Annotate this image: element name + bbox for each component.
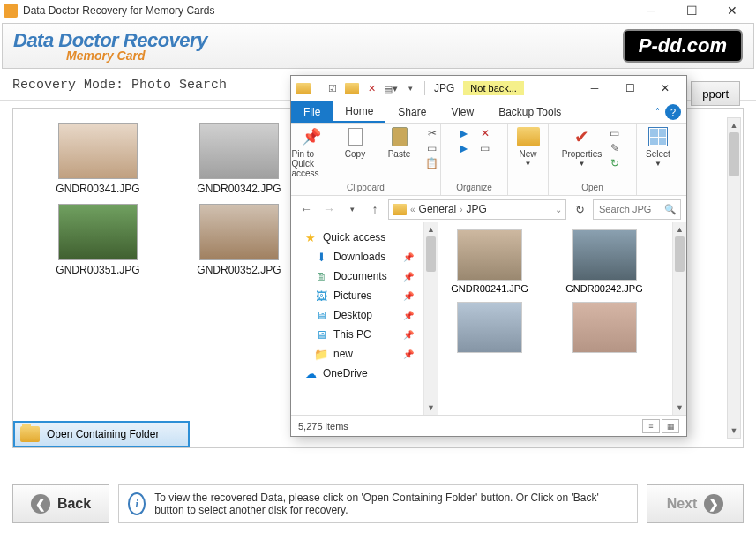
scroll-up-icon[interactable]: ▲ bbox=[424, 222, 438, 236]
address-bar[interactable]: « General › JPG ⌄ bbox=[388, 199, 566, 220]
copy-path-icon[interactable]: ▭ bbox=[424, 142, 440, 154]
move-to-icon[interactable]: ▶ bbox=[456, 127, 472, 139]
file-item[interactable] bbox=[556, 302, 653, 356]
explorer-body: ★Quick access ⬇Downloads📌 🗎Documents📌 🖼P… bbox=[291, 222, 686, 415]
select-icon bbox=[646, 125, 670, 148]
nav-forward-button[interactable]: → bbox=[319, 199, 339, 219]
file-item[interactable]: GNDR00242.JPG bbox=[556, 229, 653, 295]
open-containing-folder-button[interactable]: Open Containing Folder bbox=[13, 421, 190, 447]
tab-view[interactable]: View bbox=[438, 101, 486, 123]
tab-home[interactable]: Home bbox=[333, 101, 385, 123]
copy-button[interactable]: Copy bbox=[336, 125, 375, 159]
minimize-button[interactable]: ─ bbox=[631, 0, 671, 21]
pin-icon: 📌 bbox=[403, 252, 414, 262]
file-item[interactable]: GNDR00241.JPG bbox=[441, 229, 538, 295]
scrollbar[interactable]: ▲ ▼ bbox=[727, 117, 741, 439]
nav-tree: ★Quick access ⬇Downloads📌 🗎Documents📌 🖼P… bbox=[291, 222, 423, 415]
tree-onedrive[interactable]: ☁OneDrive bbox=[295, 364, 419, 383]
tree-desktop[interactable]: 🖥Desktop📌 bbox=[295, 305, 419, 325]
tab-file[interactable]: File bbox=[291, 101, 333, 123]
back-button[interactable]: ❮ Back bbox=[12, 484, 109, 523]
scroll-thumb[interactable] bbox=[729, 132, 739, 176]
history-icon[interactable]: ↻ bbox=[607, 157, 623, 169]
folder-icon bbox=[393, 204, 407, 215]
pin-icon: 📌 bbox=[299, 125, 324, 148]
tree-new[interactable]: 📁new📌 bbox=[295, 344, 419, 364]
scroll-up-icon[interactable]: ▲ bbox=[728, 118, 740, 132]
new-button[interactable]: New▼ bbox=[509, 125, 548, 168]
scroll-up-icon[interactable]: ▲ bbox=[673, 222, 686, 236]
files-scrollbar[interactable]: ▲ ▼ bbox=[672, 222, 686, 415]
qat-customize-icon[interactable]: ▾ bbox=[401, 79, 419, 97]
details-view-button[interactable]: ≡ bbox=[642, 419, 660, 433]
rename-icon[interactable]: ▭ bbox=[477, 142, 493, 154]
scroll-down-icon[interactable]: ▼ bbox=[673, 401, 686, 415]
close-button[interactable]: ✕ bbox=[712, 0, 752, 21]
search-box[interactable]: 🔍 bbox=[593, 199, 681, 220]
qat-rename-icon[interactable]: ▤▾ bbox=[382, 79, 400, 97]
qat-delete-icon[interactable]: ✕ bbox=[363, 79, 380, 97]
pin-icon: 📌 bbox=[403, 272, 414, 282]
nav-back-button[interactable]: ← bbox=[296, 199, 316, 219]
explorer-close-button[interactable]: ✕ bbox=[647, 78, 683, 99]
chevron-down-icon[interactable]: ⌄ bbox=[555, 205, 562, 214]
qat-properties-icon[interactable]: ☑ bbox=[324, 79, 341, 97]
help-icon[interactable]: ? bbox=[665, 104, 681, 120]
backup-status-tag[interactable]: Not back... bbox=[463, 81, 524, 95]
tree-pictures[interactable]: 🖼Pictures📌 bbox=[295, 286, 419, 305]
paste-shortcut-icon[interactable]: 📋 bbox=[424, 157, 440, 169]
folder-icon bbox=[20, 426, 40, 442]
pin-icon: 📌 bbox=[403, 330, 414, 340]
thumbnails-view-button[interactable]: ▦ bbox=[662, 419, 679, 433]
support-button[interactable]: pport bbox=[691, 81, 740, 106]
tree-scrollbar[interactable]: ▲ ▼ bbox=[423, 222, 438, 415]
nav-recent-icon[interactable]: ▾ bbox=[342, 199, 362, 219]
pin-to-quick-access-button[interactable]: 📌Pin to Quick access bbox=[292, 125, 331, 178]
next-button[interactable]: Next ❯ bbox=[647, 484, 744, 523]
photo-thumb-icon bbox=[572, 229, 637, 281]
copy-to-icon[interactable]: ▶ bbox=[456, 142, 472, 154]
maximize-button[interactable]: ☐ bbox=[671, 0, 712, 21]
qat-folder-icon[interactable] bbox=[295, 79, 312, 97]
qat-newfolder-icon[interactable] bbox=[343, 79, 361, 97]
open-icon[interactable]: ▭ bbox=[607, 127, 623, 139]
search-input[interactable] bbox=[599, 204, 661, 214]
cut-icon[interactable]: ✂ bbox=[424, 127, 440, 139]
pin-icon: 📌 bbox=[403, 311, 414, 320]
tree-downloads[interactable]: ⬇Downloads📌 bbox=[295, 247, 419, 266]
delete-icon[interactable]: ✕ bbox=[477, 127, 493, 139]
tab-backup-tools[interactable]: Backup Tools bbox=[486, 101, 573, 123]
explorer-maximize-button[interactable]: ☐ bbox=[612, 78, 647, 99]
thumbnail-item[interactable]: GNDR00341.JPG bbox=[45, 123, 151, 195]
tree-this-pc[interactable]: 🖥This PC📌 bbox=[295, 325, 419, 344]
refresh-button[interactable]: ↻ bbox=[570, 199, 589, 219]
ribbon-tabs: File Home Share View Backup Tools ˄ ? bbox=[291, 101, 686, 124]
properties-button[interactable]: ✔Properties▼ bbox=[563, 125, 602, 168]
tab-share[interactable]: Share bbox=[385, 101, 438, 123]
select-button[interactable]: Select▼ bbox=[639, 125, 677, 168]
scroll-down-icon[interactable]: ▼ bbox=[424, 401, 438, 415]
paste-button[interactable]: Paste bbox=[380, 125, 419, 159]
explorer-window: ☑ ✕ ▤▾ ▾ JPG Not back... ─ ☐ ✕ File Home… bbox=[290, 75, 687, 437]
nav-up-button[interactable]: ↑ bbox=[365, 199, 385, 219]
ribbon-collapse-icon[interactable]: ˄ bbox=[655, 107, 660, 116]
explorer-minimize-button[interactable]: ─ bbox=[577, 78, 612, 99]
breadcrumb[interactable]: General bbox=[419, 203, 457, 215]
explorer-titlebar: ☑ ✕ ▤▾ ▾ JPG Not back... ─ ☐ ✕ bbox=[291, 76, 686, 101]
edit-icon[interactable]: ✎ bbox=[607, 142, 623, 154]
file-list: GNDR00241.JPG GNDR00242.JPG bbox=[438, 222, 672, 415]
tree-quick-access[interactable]: ★Quick access bbox=[295, 228, 419, 247]
thumbnail-item[interactable]: GNDR00342.JPG bbox=[186, 123, 292, 195]
scroll-thumb[interactable] bbox=[426, 236, 436, 272]
pictures-icon: 🖼 bbox=[314, 289, 328, 303]
tree-documents[interactable]: 🗎Documents📌 bbox=[295, 266, 419, 286]
breadcrumb[interactable]: JPG bbox=[467, 203, 487, 215]
file-item[interactable] bbox=[441, 302, 538, 356]
photo-thumb-icon bbox=[457, 229, 522, 281]
thumbnail-item[interactable]: GNDR00352.JPG bbox=[186, 204, 292, 276]
scroll-down-icon[interactable]: ▼ bbox=[728, 424, 740, 438]
scroll-thumb[interactable] bbox=[675, 236, 685, 272]
thumbnail-item[interactable]: GNDR00351.JPG bbox=[45, 204, 151, 276]
paste-icon bbox=[387, 125, 412, 148]
document-icon: 🗎 bbox=[314, 269, 328, 283]
